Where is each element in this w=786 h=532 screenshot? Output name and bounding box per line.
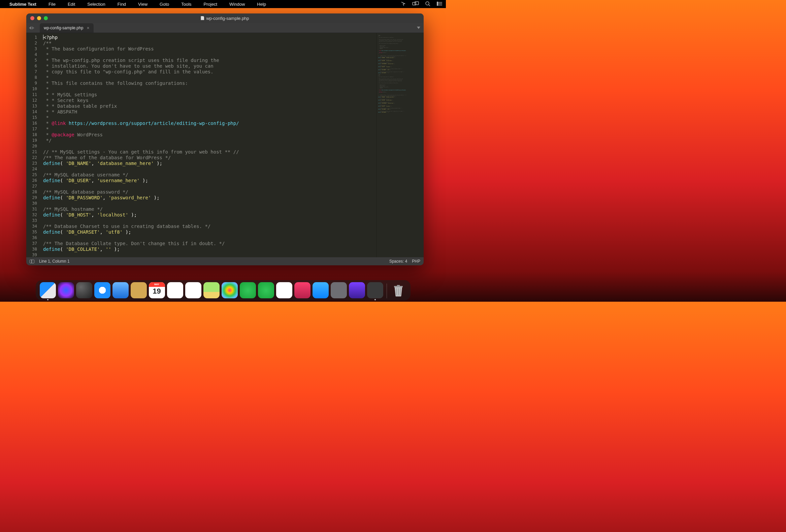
code-line[interactable]: /** [43, 40, 376, 46]
dock-facetime[interactable] [258, 282, 274, 298]
code-line[interactable]: * * Database table prefix [43, 103, 376, 109]
line-number[interactable]: 27 [26, 184, 37, 189]
tab-overflow-button[interactable] [414, 25, 424, 31]
minimap[interactable]: <?php/** * The base configuration for Wo… [376, 33, 424, 257]
dock-reminders[interactable] [185, 282, 201, 298]
dock-trash[interactable] [390, 282, 407, 298]
zoom-window-button[interactable] [44, 16, 48, 20]
menu-project[interactable]: Project [204, 2, 217, 7]
menu-find[interactable]: Find [118, 2, 126, 7]
tab-history-forward-icon[interactable] [32, 26, 34, 30]
syntax-setting[interactable]: PHP [412, 259, 420, 264]
code-line[interactable] [43, 218, 376, 224]
line-number[interactable]: 31 [26, 206, 37, 212]
code-line[interactable]: /** The Database Collate type. Don't cha… [43, 241, 376, 247]
line-number[interactable]: 20 [26, 143, 37, 149]
dock-news[interactable] [276, 282, 292, 298]
line-number[interactable]: 13 [26, 103, 37, 109]
dock-photos[interactable] [222, 282, 238, 298]
code-line[interactable] [43, 143, 376, 149]
dock-appstore[interactable] [313, 282, 329, 298]
close-tab-button[interactable]: × [87, 25, 89, 31]
line-number[interactable]: 19 [26, 138, 37, 143]
code-line[interactable]: * installation. You don't have to use th… [43, 63, 376, 69]
tab-history-back-icon[interactable] [29, 26, 31, 30]
code-line[interactable]: * * MySQL settings [43, 92, 376, 98]
window-titlebar[interactable]: wp-config-sample.php [26, 14, 424, 23]
line-number[interactable]: 10 [26, 86, 37, 92]
line-number-gutter[interactable]: 1234567891011121314151617181920212223242… [26, 33, 40, 257]
dock-wallpaper[interactable] [349, 282, 365, 298]
code-line[interactable]: * [43, 75, 376, 80]
code-line[interactable]: * [43, 126, 376, 132]
code-line[interactable]: * @link https://wordpress.org/support/ar… [43, 120, 376, 126]
cursor-position[interactable]: Line 1, Column 1 [39, 259, 70, 264]
code-line[interactable]: * This file contains the following confi… [43, 80, 376, 86]
menu-goto[interactable]: Goto [160, 2, 169, 7]
line-number[interactable]: 38 [26, 247, 37, 252]
code-line[interactable]: /** Database Charset to use in creating … [43, 224, 376, 229]
line-number[interactable]: 30 [26, 201, 37, 206]
code-editor[interactable]: 1234567891011121314151617181920212223242… [26, 33, 424, 257]
code-line[interactable]: define( 'DB_COLLATE', '' ); [43, 247, 376, 252]
line-number[interactable]: 34 [26, 224, 37, 229]
line-number[interactable]: 16 [26, 120, 37, 126]
displays-icon[interactable] [412, 1, 419, 7]
code-line[interactable]: */ [43, 138, 376, 143]
line-number[interactable]: 28 [26, 189, 37, 195]
line-number[interactable]: 8 [26, 75, 37, 80]
control-center-icon[interactable] [436, 1, 442, 7]
code-line[interactable]: /** MySQL database password */ [43, 189, 376, 195]
spotlight-icon[interactable] [425, 1, 431, 7]
dock-notes[interactable] [167, 282, 183, 298]
menu-edit[interactable]: Edit [68, 2, 75, 7]
code-line[interactable]: /** MySQL hostname */ [43, 206, 376, 212]
dock-launchpad[interactable] [76, 282, 92, 298]
code-line[interactable] [43, 235, 376, 241]
code-line[interactable]: * [43, 52, 376, 57]
dock-maps[interactable] [203, 282, 219, 298]
code-line[interactable]: * The wp-config.php creation script uses… [43, 57, 376, 63]
minimize-window-button[interactable] [37, 16, 41, 20]
menu-help[interactable]: Help [257, 2, 266, 7]
code-line[interactable]: define( 'DB_HOST', 'localhost' ); [43, 212, 376, 218]
dock-safari[interactable] [94, 282, 111, 298]
line-number[interactable]: 26 [26, 178, 37, 184]
dock-sublime-text[interactable] [367, 282, 383, 298]
close-window-button[interactable] [30, 16, 34, 20]
menu-window[interactable]: Window [229, 2, 245, 7]
code-line[interactable]: /** MySQL database username */ [43, 172, 376, 178]
code-line[interactable]: * * Secret keys [43, 98, 376, 103]
line-number[interactable]: 17 [26, 126, 37, 132]
line-number[interactable]: 33 [26, 218, 37, 224]
line-number[interactable]: 15 [26, 115, 37, 120]
dock-finder[interactable] [40, 282, 56, 298]
dock-calendar[interactable]: MAY19 [149, 282, 165, 298]
code-line[interactable] [43, 252, 376, 257]
line-number[interactable]: 21 [26, 149, 37, 155]
line-number[interactable]: 9 [26, 80, 37, 86]
code-line[interactable]: /** The name of the database for WordPre… [43, 155, 376, 161]
code-line[interactable]: define( 'DB_USER', 'username_here' ); [43, 178, 376, 184]
side-panel-toggle-icon[interactable] [30, 260, 34, 263]
code-area[interactable]: <?php/** * The base configuration for Wo… [40, 33, 376, 257]
line-number[interactable]: 18 [26, 132, 37, 138]
code-line[interactable]: define( 'DB_CHARSET', 'utf8' ); [43, 229, 376, 235]
code-line[interactable]: * copy this file to "wp-config.php" and … [43, 69, 376, 75]
line-number[interactable]: 32 [26, 212, 37, 218]
cursor-icon[interactable] [401, 1, 406, 7]
code-line[interactable]: * The base configuration for WordPress [43, 46, 376, 52]
dock-siri[interactable] [58, 282, 74, 298]
line-number[interactable]: 3 [26, 46, 37, 52]
line-number[interactable]: 1 [26, 35, 37, 40]
menu-tools[interactable]: Tools [181, 2, 191, 7]
code-line[interactable]: define( 'DB_NAME', 'database_name_here' … [43, 161, 376, 166]
line-number[interactable]: 23 [26, 161, 37, 166]
line-number[interactable]: 6 [26, 63, 37, 69]
menu-selection[interactable]: Selection [87, 2, 105, 7]
line-number[interactable]: 35 [26, 229, 37, 235]
menu-view[interactable]: View [138, 2, 147, 7]
line-number[interactable]: 39 [26, 252, 37, 257]
file-tab[interactable]: wp-config-sample.php × [40, 23, 94, 33]
line-number[interactable]: 29 [26, 195, 37, 201]
